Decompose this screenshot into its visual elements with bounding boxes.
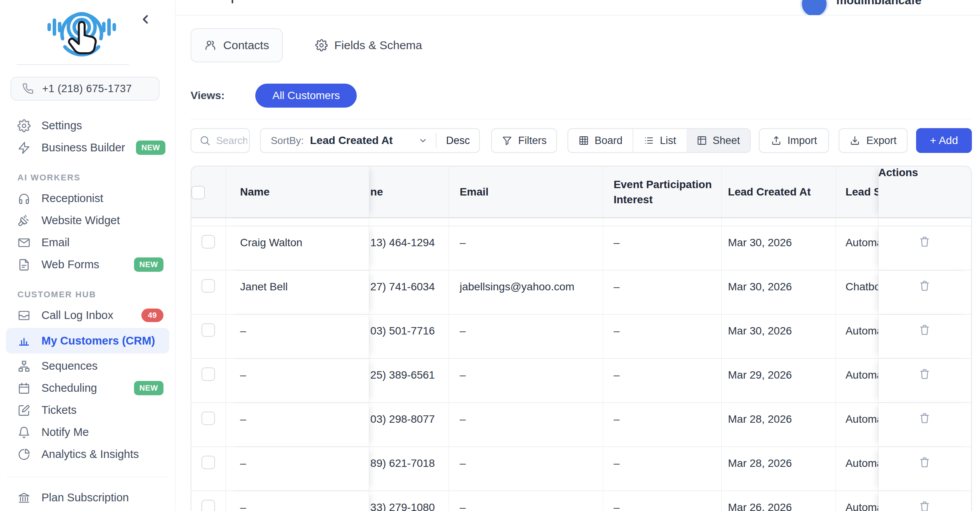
sidebar-item-notify-me[interactable]: Notify Me bbox=[0, 421, 175, 443]
header-label: Email bbox=[460, 186, 489, 198]
row-checkbox[interactable] bbox=[201, 456, 215, 469]
sidebar-item-receptionist[interactable]: Receptionist bbox=[0, 187, 175, 209]
row-checkbox[interactable] bbox=[201, 323, 215, 337]
row-checkbox[interactable] bbox=[201, 367, 215, 381]
delete-trash-icon[interactable] bbox=[918, 500, 931, 511]
partially-scrolled-row bbox=[191, 218, 971, 226]
sidebar-nav: Settings Business Builder NEW AI WORKERS… bbox=[0, 115, 175, 509]
tab-contacts[interactable]: Contacts bbox=[191, 28, 283, 62]
cell-email: jabellsings@yahoo.com bbox=[460, 271, 603, 293]
cell-name: Craig Walton bbox=[240, 226, 369, 249]
sidebar-item-label: Email bbox=[41, 236, 70, 249]
list-label: List bbox=[660, 135, 676, 147]
sidebar-item-website-widget[interactable]: Website Widget bbox=[0, 209, 175, 231]
section-title-customer-hub: CUSTOMER HUB bbox=[0, 290, 175, 300]
view-all-customers[interactable]: All Customers bbox=[255, 84, 357, 108]
workspace-phone-number[interactable]: +1 (218) 675-1737 bbox=[10, 77, 160, 101]
sidebar-item-sequences[interactable]: Sequences bbox=[0, 355, 175, 377]
cell-email: – bbox=[460, 403, 603, 425]
view-mode-sheet-active[interactable]: Sheet bbox=[686, 129, 750, 152]
row-checkbox[interactable] bbox=[201, 412, 215, 425]
header-phone-clipped: ne bbox=[369, 166, 449, 217]
board-label: Board bbox=[595, 135, 622, 147]
sortby-control[interactable]: SortBy: Lead Created At Desc bbox=[260, 128, 480, 153]
sidebar-item-business-builder[interactable]: Business Builder NEW bbox=[0, 137, 175, 159]
add-button[interactable]: + Add bbox=[916, 128, 972, 153]
sidebar-item-email[interactable]: Email bbox=[0, 231, 175, 254]
sidebar-item-label: Tickets bbox=[41, 404, 77, 417]
sidebar-item-scheduling[interactable]: Scheduling NEW bbox=[0, 377, 175, 399]
table-row: – 89) 621-7018 – – Mar 28, 2026 Automa bbox=[191, 447, 971, 491]
users-icon bbox=[204, 39, 217, 51]
new-badge: NEW bbox=[134, 257, 163, 272]
sheet-icon bbox=[696, 135, 707, 146]
sidebar-item-analytics-insights[interactable]: Analytics & Insights bbox=[0, 443, 175, 465]
cell-email: – bbox=[460, 491, 603, 511]
delete-trash-icon[interactable] bbox=[918, 279, 931, 292]
view-mode-board[interactable]: Board bbox=[568, 129, 633, 152]
cell-lead-source: Automa bbox=[846, 226, 878, 249]
gear-icon bbox=[315, 39, 328, 51]
row-checkbox[interactable] bbox=[201, 500, 215, 511]
new-badge: NEW bbox=[134, 381, 163, 395]
tab-fields-schema[interactable]: Fields & Schema bbox=[315, 39, 422, 52]
row-checkbox[interactable] bbox=[201, 279, 215, 293]
sort-order-button[interactable]: Desc bbox=[437, 135, 479, 147]
header-label: ne bbox=[370, 186, 383, 198]
sidebar-item-label: Website Widget bbox=[41, 214, 120, 227]
bell-icon bbox=[17, 426, 31, 439]
cell-event: – bbox=[614, 491, 721, 511]
cell-name: – bbox=[240, 315, 369, 337]
cell-phone: 89) 621-7018 bbox=[370, 447, 449, 470]
select-all-checkbox[interactable] bbox=[191, 186, 205, 199]
sidebar-divider bbox=[7, 477, 168, 477]
sidebar-item-web-forms[interactable]: Web Forms NEW bbox=[0, 254, 175, 276]
delete-trash-icon[interactable] bbox=[918, 456, 931, 469]
sidebar-item-label: Business Builder bbox=[41, 141, 125, 154]
sidebar-item-label: Notify Me bbox=[41, 426, 89, 439]
import-button[interactable]: Import bbox=[759, 128, 829, 153]
bar-chart-icon bbox=[17, 334, 31, 347]
table-row: – 25) 389-6561 – – Mar 29, 2026 Automa bbox=[191, 359, 971, 403]
view-mode-switcher: Board List Sheet bbox=[567, 128, 751, 153]
delete-trash-icon[interactable] bbox=[918, 235, 931, 248]
delete-trash-icon[interactable] bbox=[918, 323, 931, 336]
list-icon bbox=[643, 135, 654, 146]
header-label: Actions bbox=[879, 166, 918, 178]
sidebar-item-plan-subscription[interactable]: Plan Subscription bbox=[0, 487, 175, 509]
row-checkbox-cell bbox=[191, 447, 226, 490]
inbox-icon bbox=[17, 309, 31, 322]
sidebar: +1 (218) 675-1737 Settings Business Buil… bbox=[0, 0, 175, 511]
bank-icon bbox=[17, 491, 31, 504]
delete-trash-icon[interactable] bbox=[918, 412, 931, 425]
table-row: – 03) 298-8077 – – Mar 28, 2026 Automa bbox=[191, 403, 971, 447]
mail-icon bbox=[17, 236, 31, 249]
account-avatar[interactable] bbox=[802, 0, 827, 15]
row-checkbox-cell bbox=[191, 491, 226, 511]
header-lead-source-clipped: Lead Sc bbox=[836, 166, 879, 217]
export-button[interactable]: Export bbox=[839, 128, 908, 153]
sidebar-item-my-customers-crm[interactable]: My Customers (CRM) bbox=[6, 328, 169, 353]
cell-email: – bbox=[460, 315, 603, 337]
cell-lead-source: Automa bbox=[846, 403, 878, 425]
sidebar-item-tickets[interactable]: Tickets bbox=[0, 399, 175, 421]
table-row: – 33) 279-1080 – – Mar 26, 2026 Automa bbox=[191, 491, 971, 511]
brand-logo-icon bbox=[46, 4, 118, 62]
header-label: Lead Created At bbox=[728, 186, 811, 198]
delete-trash-icon[interactable] bbox=[918, 367, 931, 381]
search-input[interactable] bbox=[216, 135, 247, 147]
cell-lead-created: Mar 30, 2026 bbox=[728, 315, 835, 337]
header-label: Lead Sc bbox=[846, 186, 879, 198]
filters-button[interactable]: Filters bbox=[491, 128, 557, 153]
sidebar-item-call-log-inbox[interactable]: Call Log Inbox 49 bbox=[0, 304, 175, 326]
cell-email: – bbox=[460, 226, 603, 249]
view-mode-list[interactable]: List bbox=[633, 129, 686, 152]
cell-lead-source: Chatbo bbox=[846, 271, 878, 293]
sidebar-item-label: Receptionist bbox=[41, 192, 103, 205]
sidebar-collapse-icon[interactable] bbox=[139, 12, 153, 26]
search-field bbox=[191, 128, 250, 153]
sidebar-item-settings[interactable]: Settings bbox=[0, 115, 175, 137]
row-checkbox[interactable] bbox=[201, 235, 215, 249]
crm-app: +1 (218) 675-1737 Settings Business Buil… bbox=[0, 0, 980, 511]
board-grid-icon bbox=[578, 135, 589, 146]
